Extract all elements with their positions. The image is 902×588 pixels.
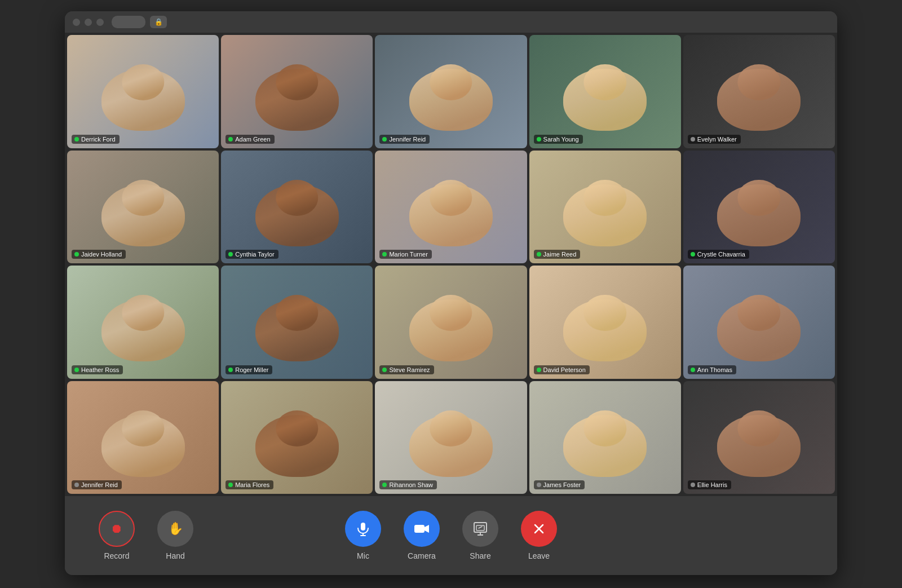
mic-button[interactable]: Mic bbox=[345, 511, 381, 560]
participant-name-6: Jaidev Holland bbox=[81, 251, 122, 258]
title-bar: 🔒 bbox=[65, 11, 837, 33]
participant-name-15: Ann Thomas bbox=[697, 366, 732, 373]
record-button[interactable]: ⏺ Record bbox=[99, 511, 135, 560]
mic-status-2 bbox=[228, 137, 233, 142]
mic-status-11 bbox=[74, 368, 79, 372]
mic-status-18 bbox=[382, 483, 387, 487]
left-controls: ⏺ Record ✋ Hand bbox=[99, 511, 193, 560]
participant-cell-18[interactable]: Rihannon Shaw bbox=[375, 381, 527, 494]
svg-rect-3 bbox=[414, 525, 425, 533]
participant-cell-2[interactable]: Adam Green bbox=[221, 35, 373, 148]
traffic-light-close[interactable] bbox=[73, 19, 80, 26]
participant-cell-9[interactable]: Jaime Reed bbox=[529, 151, 681, 264]
participant-cell-11[interactable]: Heather Ross bbox=[67, 266, 219, 379]
participant-name-18: Rihannon Shaw bbox=[389, 481, 433, 488]
leave-label: Leave bbox=[528, 551, 550, 560]
participant-cell-20[interactable]: Ellie Harris bbox=[683, 381, 835, 494]
leave-button[interactable]: Leave bbox=[521, 511, 557, 560]
camera-circle bbox=[404, 511, 440, 547]
participant-cell-4[interactable]: Sarah Young bbox=[529, 35, 681, 148]
participant-cell-5[interactable]: Evelyn Walker bbox=[683, 35, 835, 148]
participant-cell-1[interactable]: Derrick Ford bbox=[67, 35, 219, 148]
participant-name-7: Cynthia Taylor bbox=[235, 251, 275, 258]
name-tag-15: Ann Thomas bbox=[688, 365, 736, 374]
share-circle bbox=[462, 511, 498, 547]
participant-cell-16[interactable]: Jennifer Reid bbox=[67, 381, 219, 494]
controls-bar: ⏺ Record ✋ Hand bbox=[65, 496, 837, 575]
participant-name-19: James Foster bbox=[543, 481, 581, 488]
participant-cell-12[interactable]: Roger Miller bbox=[221, 266, 373, 379]
face-sim-15 bbox=[683, 266, 835, 379]
name-tag-17: Maria Flores bbox=[226, 480, 273, 489]
mic-label: Mic bbox=[357, 551, 369, 560]
face-sim-3 bbox=[375, 35, 527, 148]
face-sim-11 bbox=[67, 266, 219, 379]
camera-button[interactable]: Camera bbox=[404, 511, 440, 560]
participant-cell-14[interactable]: David Peterson bbox=[529, 266, 681, 379]
participant-name-17: Maria Flores bbox=[235, 481, 269, 488]
window-pill bbox=[112, 16, 145, 28]
mic-status-14 bbox=[537, 368, 541, 372]
traffic-light-maximize[interactable] bbox=[96, 19, 104, 26]
participant-name-16: Jennifer Reid bbox=[81, 481, 118, 488]
participant-cell-13[interactable]: Steve Ramirez bbox=[375, 266, 527, 379]
participant-name-1: Derrick Ford bbox=[81, 136, 116, 143]
face-sim-12 bbox=[221, 266, 373, 379]
center-controls: Mic Camera bbox=[345, 511, 557, 560]
name-tag-2: Adam Green bbox=[226, 135, 274, 144]
hand-circle: ✋ bbox=[157, 511, 193, 547]
name-tag-14: David Peterson bbox=[534, 365, 590, 374]
window-lock: 🔒 bbox=[150, 16, 167, 28]
face-sim-6 bbox=[67, 151, 219, 264]
participant-cell-6[interactable]: Jaidev Holland bbox=[67, 151, 219, 264]
participant-name-11: Heather Ross bbox=[81, 366, 119, 373]
face-sim-10 bbox=[683, 151, 835, 264]
mic-status-15 bbox=[691, 368, 695, 372]
participant-cell-10[interactable]: Crystle Chavarria bbox=[683, 151, 835, 264]
name-tag-1: Derrick Ford bbox=[72, 135, 120, 144]
traffic-light-minimize[interactable] bbox=[85, 19, 92, 26]
face-sim-7 bbox=[221, 151, 373, 264]
name-tag-13: Steve Ramirez bbox=[379, 365, 434, 374]
name-tag-5: Evelyn Walker bbox=[688, 135, 741, 144]
participant-cell-19[interactable]: James Foster bbox=[529, 381, 681, 494]
mic-status-16 bbox=[74, 483, 79, 487]
app-window: 🔒 Derrick Ford Adam Green bbox=[65, 11, 837, 575]
participant-cell-15[interactable]: Ann Thomas bbox=[683, 266, 835, 379]
hand-label: Hand bbox=[166, 551, 184, 560]
name-tag-8: Marion Turner bbox=[379, 250, 431, 259]
mic-status-8 bbox=[382, 252, 387, 257]
participant-name-8: Marion Turner bbox=[389, 251, 427, 258]
name-tag-18: Rihannon Shaw bbox=[379, 480, 437, 489]
participant-name-13: Steve Ramirez bbox=[389, 366, 430, 373]
mic-status-9 bbox=[537, 252, 541, 257]
face-sim-9 bbox=[529, 151, 681, 264]
name-tag-19: James Foster bbox=[534, 480, 585, 489]
mic-status-20 bbox=[691, 483, 695, 487]
participant-cell-8[interactable]: Marion Turner bbox=[375, 151, 527, 264]
face-sim-14 bbox=[529, 266, 681, 379]
leave-circle bbox=[521, 511, 557, 547]
name-tag-9: Jaime Reed bbox=[534, 250, 581, 259]
face-sim-19 bbox=[529, 381, 681, 494]
face-sim-13 bbox=[375, 266, 527, 379]
face-sim-2 bbox=[221, 35, 373, 148]
mic-circle bbox=[345, 511, 381, 547]
mic-status-10 bbox=[691, 252, 695, 257]
name-tag-6: Jaidev Holland bbox=[72, 250, 126, 259]
participant-cell-17[interactable]: Maria Flores bbox=[221, 381, 373, 494]
hand-button[interactable]: ✋ Hand bbox=[157, 511, 193, 560]
camera-label: Camera bbox=[408, 551, 436, 560]
participant-cell-7[interactable]: Cynthia Taylor bbox=[221, 151, 373, 264]
face-sim-18 bbox=[375, 381, 527, 494]
svg-line-8 bbox=[479, 527, 482, 528]
share-button[interactable]: Share bbox=[462, 511, 498, 560]
mic-status-13 bbox=[382, 368, 387, 372]
mic-icon bbox=[355, 521, 371, 537]
leave-icon bbox=[532, 521, 546, 536]
name-tag-20: Ellie Harris bbox=[688, 480, 731, 489]
record-label: Record bbox=[104, 551, 129, 560]
video-grid: Derrick Ford Adam Green Jennifer Reid bbox=[65, 33, 837, 496]
participant-cell-3[interactable]: Jennifer Reid bbox=[375, 35, 527, 148]
name-tag-16: Jennifer Reid bbox=[72, 480, 122, 489]
